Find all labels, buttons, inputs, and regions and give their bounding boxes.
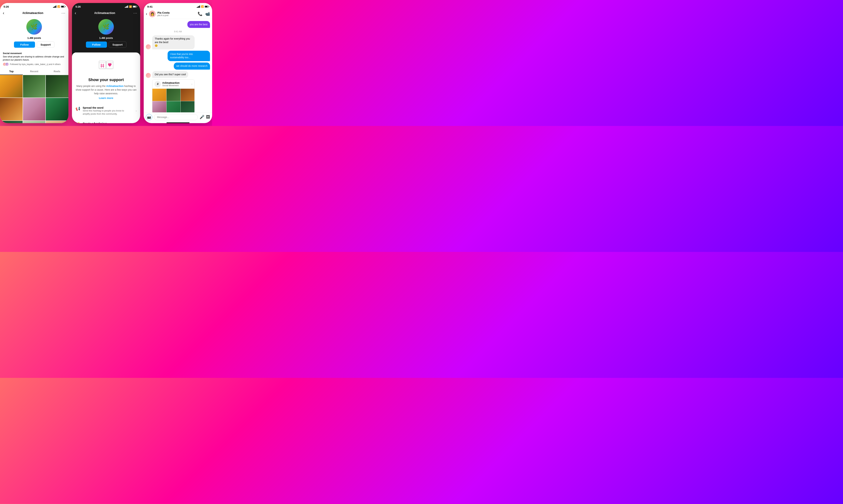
wifi-icon-3: 📶 xyxy=(201,5,204,8)
page-title-1: #climateaction xyxy=(22,11,43,15)
wifi-icon-2: 📶 xyxy=(129,5,132,8)
learn-more-link[interactable]: Learn more xyxy=(99,96,113,100)
home-indicator-3 xyxy=(166,122,190,123)
status-bar-3: 9:41 📶 xyxy=(144,3,212,9)
message-bubble-4: we should do more research xyxy=(174,62,210,70)
battery-icon xyxy=(61,6,65,7)
voice-input-icon[interactable]: 🎤 xyxy=(199,115,204,120)
tab-top-1[interactable]: Top xyxy=(0,68,23,75)
hashtag-card[interactable]: # #climateaction Social Movement › xyxy=(152,79,195,112)
status-bar-1: 5:26 📶 xyxy=(0,3,68,9)
gallery-icon[interactable]: 🖼 xyxy=(206,115,210,120)
description-1: Social movement See what people are shar… xyxy=(0,52,68,68)
follow-button-2[interactable]: Follow xyxy=(86,41,107,48)
message-input[interactable] xyxy=(154,114,198,120)
spread-word-option[interactable]: 📢 Spread the word Send this hashtag to p… xyxy=(75,104,137,118)
modal-sheet: Show your support Many people are using … xyxy=(72,52,140,123)
camera-button[interactable]: 📷 xyxy=(146,114,152,120)
status-bar-2: 5:26 📶 xyxy=(72,3,140,9)
message-row-1: you are the best xyxy=(146,21,210,28)
support-button-2[interactable]: Support xyxy=(109,41,126,48)
message-bubble-1: you are the best xyxy=(187,21,210,28)
phone-2: 5:26 📶 ‹ #climateaction ··· 🌿 1.4M posts… xyxy=(72,3,140,123)
avatar-1: 🌿 xyxy=(27,19,42,35)
contact-info: Pia Costa pia.in.a.pod xyxy=(158,11,196,17)
message-input-area: 📷 🎤 🖼 xyxy=(144,112,212,122)
time-2: 5:26 xyxy=(75,5,81,8)
support-button-1[interactable]: Support xyxy=(37,41,54,48)
hashtag-card-header: # #climateaction Social Movement › xyxy=(152,79,194,89)
signal-icon xyxy=(53,5,56,8)
phone-3: 9:41 📶 ‹ 👩 Pia Costa pia.in.a.pod 📞 📹 yo… xyxy=(144,3,212,123)
hashtag-type: Social Movement xyxy=(162,84,191,87)
create-fundraiser-option[interactable]: 💰 Create a fundraiser Raise money for a … xyxy=(75,120,137,123)
grid-cell-7[interactable] xyxy=(0,121,23,123)
action-buttons-2: Follow Support xyxy=(86,41,126,48)
message-row-2: Thanks again for everything you are the … xyxy=(146,35,210,49)
follow-button-1[interactable]: Follow xyxy=(14,41,35,48)
followers-row-1: Followed by kyia_kayaks, cake_baker_cj a… xyxy=(3,62,66,66)
message-bubble-2: Thanks again for everything you are the … xyxy=(152,35,195,49)
signal-icon-3 xyxy=(197,5,200,8)
profile-section-2: 🌿 1.4M posts Follow Support xyxy=(72,17,140,52)
action-buttons-1: Follow Support xyxy=(14,41,54,48)
avatar-2: 🌿 xyxy=(98,19,114,35)
grid-cell-4[interactable] xyxy=(0,98,23,121)
time-label-1: 9:41 AM xyxy=(146,30,210,33)
messages-back-button[interactable]: ‹ xyxy=(146,12,147,16)
time-1: 5:26 xyxy=(3,5,9,8)
back-button-1[interactable]: ‹ xyxy=(3,11,4,16)
message-row-6: # #climateaction Social Movement › xyxy=(146,79,210,112)
contact-name: Pia Costa xyxy=(158,11,196,14)
grid-cell-2[interactable] xyxy=(23,75,46,98)
modal-description: Many people are using the #climateaction… xyxy=(75,84,137,95)
followers-avatars-1 xyxy=(3,62,9,66)
hash-icon: # xyxy=(155,81,161,87)
posts-count-2: 1.4M posts xyxy=(99,36,113,39)
header-1: ‹ #climateaction ··· xyxy=(0,9,68,17)
grid-cell-9[interactable] xyxy=(46,121,68,123)
modal-title: Show your support xyxy=(88,77,124,82)
time-3: 9:41 xyxy=(147,5,153,8)
grid-cell-1[interactable] xyxy=(0,75,23,98)
status-icons-1: 📶 xyxy=(53,5,65,8)
message-row-4: we should do more research xyxy=(146,62,210,70)
hashtag-image-4 xyxy=(152,101,166,112)
spread-word-chevron: › xyxy=(136,109,137,113)
tab-reels-1[interactable]: Reels xyxy=(46,68,68,75)
tabs-1: Top Recent Reels xyxy=(0,68,68,75)
header-2: ‹ #climateaction ··· xyxy=(72,9,140,17)
spread-word-desc: Send this hashtag to people you know to … xyxy=(83,109,129,115)
fundraiser-title: Create a fundraiser xyxy=(83,122,129,123)
grid-cell-5[interactable] xyxy=(23,98,46,121)
contact-avatar[interactable]: 👩 xyxy=(149,11,156,17)
grid-cell-8[interactable] xyxy=(23,121,46,123)
modal-hashtag-link[interactable]: #climateaction xyxy=(106,85,123,87)
grid-cell-3[interactable] xyxy=(46,75,68,98)
tab-recent-1[interactable]: Recent xyxy=(23,68,46,75)
image-grid-1 xyxy=(0,75,68,123)
message-row-3: I love that you're into sustainability t… xyxy=(146,51,210,61)
hashtag-heart-svg xyxy=(98,59,114,75)
grid-cell-6[interactable] xyxy=(46,98,68,121)
hash-card-info: #climateaction Social Movement xyxy=(162,82,191,87)
more-button-1[interactable]: ··· xyxy=(62,11,66,15)
message-row-5: Did you see this? super cool xyxy=(146,71,210,78)
status-icons-3: 📶 xyxy=(197,5,209,8)
messages-header: ‹ 👩 Pia Costa pia.in.a.pod 📞 📹 xyxy=(144,9,212,19)
modal-desc-pre: Many people are using the xyxy=(76,85,106,87)
other-avatar-1 xyxy=(146,44,151,49)
spread-word-title: Spread the word xyxy=(83,106,129,109)
hashtag-image-2 xyxy=(166,89,180,101)
message-bubble-3: I love that you're into sustainability t… xyxy=(168,51,210,61)
more-button-2[interactable]: ··· xyxy=(134,11,138,15)
video-call-icon[interactable]: 📹 xyxy=(205,12,210,16)
desc-text-1: See what people are sharing to address c… xyxy=(3,55,66,61)
fundraiser-icon: 💰 xyxy=(75,122,80,123)
back-button-2[interactable]: ‹ xyxy=(75,11,76,16)
status-icons-2: 📶 xyxy=(125,5,137,8)
voice-call-icon[interactable]: 📞 xyxy=(198,12,203,16)
hashtag-image-1 xyxy=(152,89,166,101)
page-title-2: #climateaction xyxy=(94,11,115,15)
hashtag-images xyxy=(152,89,194,112)
